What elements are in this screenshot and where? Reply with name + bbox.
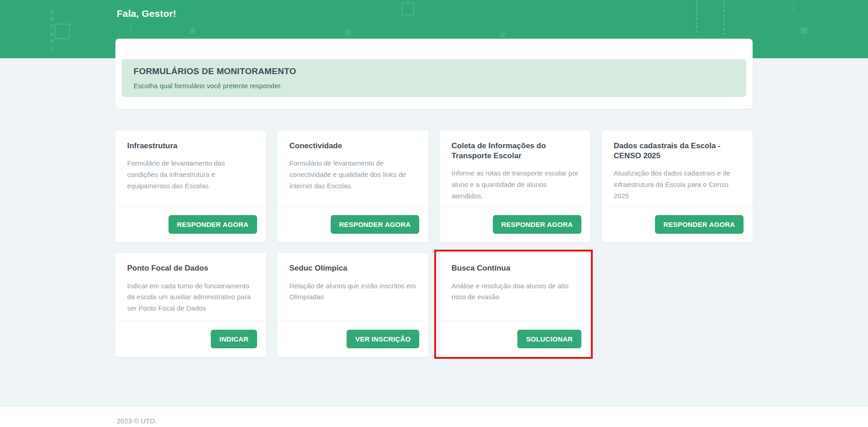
card-body: Busca ContínuaAnálise e resolução doa al… [440, 253, 590, 321]
card-title: Seduc Olímpica [289, 263, 417, 273]
card-title: Dados cadastrais da Escola - CENSO 2025 [614, 141, 741, 161]
form-card-5: Ponto Focal de DadosIndicar em cada turn… [115, 253, 266, 357]
decor-dashed-line [696, 0, 697, 33]
card-body: Dados cadastrais da Escola - CENSO 2025A… [602, 131, 753, 206]
form-card-7: Busca ContínuaAnálise e resolução doa al… [440, 253, 590, 357]
intro-divider [115, 105, 753, 106]
decor-square-icon [50, 25, 54, 29]
card-footer: INDICAR [115, 321, 266, 357]
card-action-button[interactable]: RESPONDER AGORA [655, 215, 744, 234]
card-body: Ponto Focal de DadosIndicar em cada turn… [115, 253, 266, 321]
decor-square-icon [345, 29, 352, 35]
card-title: Conectividade [289, 141, 417, 151]
card-description: Indicar em cada turno de funcionamento d… [127, 281, 254, 314]
decor-square-icon [801, 27, 808, 34]
form-card-6: Seduc OlímpicaRelação de alunos que estã… [278, 253, 428, 357]
card-action-button[interactable]: VER INSCRIÇÃO [347, 330, 419, 348]
form-card-2: ConectividadeFormulário de levantamento … [278, 131, 428, 242]
decor-square-icon [190, 28, 195, 34]
decor-square-icon [55, 24, 70, 39]
card-action-button[interactable]: SOLUCIONAR [517, 330, 581, 348]
intro-panel: FORMULÁRIOS DE MONITORAMENTO Escolha qua… [122, 59, 746, 97]
card-action-button[interactable]: RESPONDER AGORA [331, 215, 419, 234]
card-body: Seduc OlímpicaRelação de alunos que estã… [278, 253, 428, 321]
intro-subtitle: Escolha qual formulário você pretente re… [134, 82, 734, 90]
card-body: ConectividadeFormulário de levantamento … [278, 131, 428, 206]
decor-square-icon [50, 46, 54, 50]
card-footer: SOLUCIONAR [440, 321, 590, 357]
card-action-button[interactable]: RESPONDER AGORA [493, 215, 581, 234]
decor-dashed-line [724, 0, 724, 35]
card-description: Atualização dos dados cadastrais e de in… [614, 168, 741, 201]
card-description: Análise e resolução doa alunos de alto r… [451, 281, 579, 303]
page-footer: 2023 © UTD. [0, 407, 868, 427]
card-footer: RESPONDER AGORA [115, 206, 266, 242]
card-body: Coleta de Informações do Transporte Esco… [440, 131, 590, 206]
card-description: Formulário de levantamento das condições… [127, 158, 254, 191]
card-body: InfraestruturaFormulário de levantamento… [115, 131, 266, 206]
card-footer: RESPONDER AGORA [278, 206, 428, 242]
form-card-4: Dados cadastrais da Escola - CENSO 2025A… [602, 131, 753, 242]
card-title: Busca Contínua [451, 263, 579, 273]
card-action-button[interactable]: INDICAR [211, 330, 257, 348]
intro-card: FORMULÁRIOS DE MONITORAMENTO Escolha qua… [115, 39, 753, 109]
card-description: Formulário de levantamento de conectivid… [289, 158, 417, 191]
decor-square-icon [50, 17, 54, 21]
copyright-text: 2023 © UTD. [117, 417, 157, 425]
decor-dashed-line [793, 0, 794, 11]
card-title: Ponto Focal de Dados [127, 263, 254, 273]
card-title: Coleta de Informações do Transporte Esco… [451, 141, 579, 161]
main-container: FORMULÁRIOS DE MONITORAMENTO Escolha qua… [115, 39, 753, 357]
decor-square-icon [50, 10, 54, 14]
decor-square-icon [402, 3, 414, 15]
intro-title: FORMULÁRIOS DE MONITORAMENTO [134, 66, 734, 76]
decor-square-icon [50, 32, 54, 36]
decor-square-icon [500, 32, 505, 37]
page-greeting: Fala, Gestor! [117, 8, 176, 19]
decor-square-icon [50, 39, 54, 43]
card-footer: RESPONDER AGORA [602, 206, 753, 242]
card-footer: VER INSCRIÇÃO [278, 321, 428, 357]
form-card-1: InfraestruturaFormulário de levantamento… [115, 131, 266, 242]
form-card-3: Coleta de Informações do Transporte Esco… [440, 131, 590, 242]
card-description: Informe as rotas de transporte escolar p… [451, 168, 579, 201]
card-footer: RESPONDER AGORA [440, 206, 590, 242]
cards-grid: InfraestruturaFormulário de levantamento… [115, 131, 753, 357]
card-title: Infraestrutura [127, 141, 254, 151]
card-description: Relação de alunos que estão inscritos em… [289, 281, 417, 303]
card-action-button[interactable]: RESPONDER AGORA [169, 215, 257, 234]
